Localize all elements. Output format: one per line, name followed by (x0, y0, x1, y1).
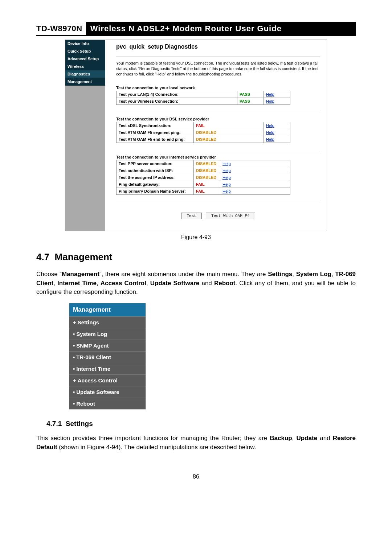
help-link[interactable]: Help (222, 168, 231, 173)
test-label: Test the assigned IP address: (119, 175, 175, 180)
sidebar-filler (65, 86, 105, 231)
test-label: Test PPP server connection: (119, 161, 172, 166)
test-label: Test xDSL Synchronization: (119, 123, 171, 128)
nav-sidebar: Device Info Quick Setup Advanced Setup W… (65, 40, 105, 231)
table-row: Test ATM OAM F5 segment ping: DISABLED H… (117, 129, 290, 136)
table-row: Ping default gateway: FAIL Help (117, 181, 290, 188)
test-button[interactable]: Test (181, 213, 201, 219)
test-label: Test ATM OAM F5 segment ping: (119, 130, 180, 135)
status-badge: FAIL (194, 181, 220, 188)
bullet-icon: • (73, 389, 75, 395)
test-label: Ping default gateway: (119, 182, 160, 186)
help-link[interactable]: Help (222, 161, 231, 166)
test-label: Test your Wireless Connection: (119, 99, 178, 103)
mgmt-item-settings[interactable]: +Settings (69, 316, 146, 328)
expand-icon: + (73, 377, 76, 383)
table-row: Test xDSL Synchronization: FAIL Help (117, 122, 290, 129)
mgmt-item-reboot[interactable]: •Reboot (69, 398, 146, 409)
management-menu-figure: Management +Settings •System Log •SNMP A… (69, 303, 146, 410)
bullet-icon: • (73, 354, 75, 360)
status-badge: DISABLED (194, 174, 220, 181)
status-badge: PASS (237, 98, 264, 104)
mgmt-item-system-log[interactable]: •System Log (69, 328, 146, 340)
sidebar-item-quick-setup[interactable]: Quick Setup (65, 48, 105, 55)
help-link[interactable]: Help (266, 123, 274, 128)
table-row: Test PPP server connection: DISABLED Hel… (117, 160, 290, 167)
test-label: Test your LAN(1-4) Connection: (119, 92, 179, 97)
model-number: TD-W8970N (36, 22, 86, 35)
diagnostics-title: pvc_quick_setup Diagnostics (116, 44, 320, 50)
table-row: Test ATM OAM F5 end-to-end ping: DISABLE… (117, 136, 290, 143)
table-local-network: Test your LAN(1-4) Connection: PASS Help… (116, 91, 290, 105)
diagnostics-intro: Your modem is capable of testing your DS… (116, 61, 320, 77)
section-dsl-provider: Test the connection to your DSL service … (116, 117, 320, 121)
management-paragraph: Choose “Management”, there are eight sub… (36, 270, 356, 297)
test-label: Test ATM OAM F5 end-to-end ping: (119, 137, 185, 141)
bullet-icon: • (73, 366, 75, 372)
doc-title: Wireless N ADSL2+ Modem Router User Guid… (86, 22, 356, 35)
help-link[interactable]: Help (266, 92, 274, 97)
bullet-icon: • (73, 401, 75, 407)
sidebar-item-management[interactable]: Management (65, 78, 105, 86)
mgmt-item-tr069-client[interactable]: •TR-069 Client (69, 351, 146, 363)
settings-paragraph: This section provides three important fu… (36, 434, 356, 452)
test-label: Test authentication with ISP: (119, 168, 173, 173)
sidebar-item-advanced-setup[interactable]: Advanced Setup (65, 55, 105, 63)
test-oam-f4-button[interactable]: Test With OAM F4 (206, 213, 255, 219)
help-link[interactable]: Help (222, 182, 231, 186)
mgmt-item-internet-time[interactable]: •Internet Time (69, 363, 146, 374)
status-badge: PASS (237, 91, 264, 98)
help-link[interactable]: Help (266, 99, 274, 103)
doc-header: TD-W8970N Wireless N ADSL2+ Modem Router… (36, 22, 356, 36)
mgmt-item-access-control[interactable]: +Access Control (69, 374, 146, 386)
test-label: Ping primary Domain Name Server: (119, 189, 186, 193)
status-badge: DISABLED (194, 129, 264, 136)
figure-caption: Figure 4-93 (36, 234, 356, 241)
mgmt-menu-header: Management (69, 303, 146, 316)
section-local-network: Test the connection to your local networ… (116, 86, 320, 90)
status-badge: DISABLED (194, 167, 220, 174)
expand-icon: + (73, 319, 76, 325)
table-row: Test authentication with ISP: DISABLED H… (117, 167, 290, 174)
sidebar-item-diagnostics[interactable]: Diagnostics (65, 70, 105, 78)
mgmt-item-snmp-agent[interactable]: •SNMP Agent (69, 340, 146, 351)
table-internet-provider: Test PPP server connection: DISABLED Hel… (116, 160, 290, 195)
status-badge: FAIL (194, 188, 220, 194)
status-badge: FAIL (194, 122, 264, 129)
help-link[interactable]: Help (222, 189, 231, 193)
table-row: Test the assigned IP address: DISABLED H… (117, 174, 290, 181)
help-link[interactable]: Help (266, 137, 274, 141)
status-badge: DISABLED (194, 160, 220, 167)
help-link[interactable]: Help (222, 175, 231, 180)
heading-settings: 4.7.1 Settings (46, 420, 356, 428)
table-row: Ping primary Domain Name Server: FAIL He… (117, 188, 290, 194)
table-dsl-provider: Test xDSL Synchronization: FAIL Help Tes… (116, 122, 290, 143)
table-row: Test your LAN(1-4) Connection: PASS Help (117, 91, 290, 98)
section-internet-provider: Test the connection to your Internet ser… (116, 155, 320, 159)
table-row: Test your Wireless Connection: PASS Help (117, 98, 290, 104)
mgmt-item-update-software[interactable]: •Update Software (69, 386, 146, 398)
bullet-icon: • (73, 331, 75, 337)
page-number: 86 (36, 473, 356, 480)
sidebar-item-device-info[interactable]: Device Info (65, 40, 105, 48)
diagnostics-figure: Device Info Quick Setup Advanced Setup W… (65, 40, 327, 231)
help-link[interactable]: Help (266, 130, 274, 135)
heading-management: 4.7 Management (36, 251, 356, 263)
sidebar-item-wireless[interactable]: Wireless (65, 63, 105, 70)
status-badge: DISABLED (194, 136, 264, 143)
bullet-icon: • (73, 342, 75, 349)
